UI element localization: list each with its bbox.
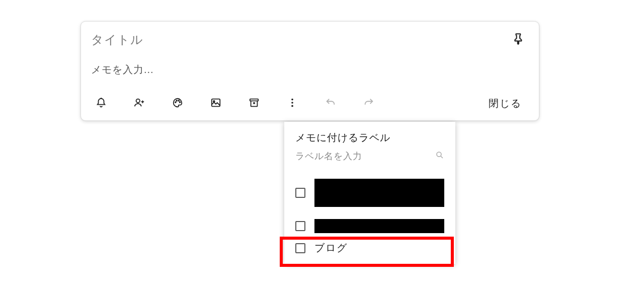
palette-icon [172, 97, 183, 110]
label-item-label [314, 219, 444, 233]
label-list: ブログ [284, 169, 455, 259]
note-body-input[interactable] [91, 64, 529, 76]
svg-point-4 [180, 102, 181, 103]
reminder-button[interactable] [91, 94, 111, 114]
checkbox-icon[interactable] [295, 221, 305, 231]
checkbox-icon[interactable] [295, 188, 305, 198]
svg-point-9 [291, 102, 293, 104]
close-button[interactable]: 閉じる [481, 93, 529, 114]
pin-button[interactable] [509, 30, 529, 50]
label-item-label [314, 179, 444, 207]
label-search-row [284, 148, 455, 169]
collaborator-button[interactable] [129, 94, 149, 114]
note-title-input[interactable] [91, 33, 503, 47]
svg-point-10 [291, 105, 293, 107]
note-card: 閉じる [80, 21, 539, 121]
redo-button[interactable] [359, 94, 379, 114]
archive-button[interactable] [244, 94, 264, 114]
redo-icon [363, 97, 374, 110]
undo-button[interactable] [320, 94, 341, 114]
image-icon [210, 97, 221, 110]
more-button[interactable] [282, 94, 302, 114]
label-item[interactable]: ブログ [284, 237, 455, 259]
search-icon [435, 151, 444, 162]
checkbox-icon[interactable] [295, 243, 305, 253]
bell-icon [96, 97, 107, 110]
palette-button[interactable] [168, 94, 188, 114]
svg-point-2 [176, 100, 177, 101]
label-search-input[interactable] [295, 151, 435, 162]
pin-icon [512, 32, 525, 47]
note-title-row [91, 30, 529, 50]
undo-icon [325, 97, 336, 110]
image-button[interactable] [206, 94, 226, 114]
label-item[interactable] [284, 215, 455, 237]
svg-point-3 [178, 100, 179, 101]
person-add-icon [134, 97, 145, 110]
label-item[interactable] [284, 171, 455, 215]
svg-point-0 [136, 99, 140, 102]
svg-point-1 [175, 102, 176, 103]
label-item-label: ブログ [314, 241, 348, 255]
label-menu-title: メモに付けるラベル [284, 131, 455, 148]
svg-point-6 [213, 100, 215, 102]
note-toolbar: 閉じる [91, 93, 529, 118]
label-menu: メモに付けるラベル ブログ [284, 122, 455, 264]
archive-icon [249, 97, 260, 110]
svg-point-8 [291, 98, 293, 100]
svg-point-11 [437, 152, 441, 157]
more-icon [287, 97, 298, 110]
svg-rect-7 [250, 99, 259, 101]
